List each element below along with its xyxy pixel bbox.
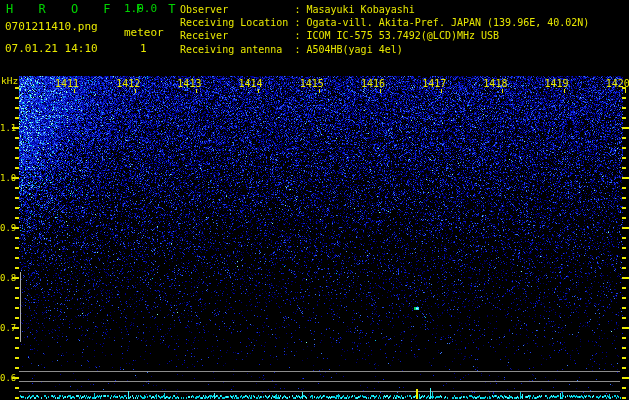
receiver-info-row: Receiving Location : Ogata-vill. Akita-P… [180, 17, 589, 28]
app-title: H R O F F T [6, 2, 184, 16]
x-axis-label: 1419 [544, 78, 570, 89]
khz-unit-label: kHz [1, 75, 18, 86]
x-axis-label: 1417 [421, 78, 447, 89]
receiver-info-row: Receiver : ICOM IC-575 53.7492(@LCD)MHz … [180, 30, 499, 41]
y-axis-label: 0.6 [0, 373, 14, 383]
x-axis-label: 1411 [54, 78, 80, 89]
receiver-info-row: Observer : Masayuki Kobayashi [180, 4, 415, 15]
app-version: 1.0.0 [124, 2, 157, 15]
y-axis-label: 0.9 [0, 223, 14, 233]
y-axis-label: 0.7 [0, 323, 14, 333]
x-axis-label: 1412 [115, 78, 141, 89]
x-axis-label: 1418 [482, 78, 508, 89]
y-axis-label: 1.0 [0, 173, 14, 183]
spectrogram-canvas [0, 0, 629, 400]
x-axis-label: 1420 [605, 78, 629, 89]
mode-label: meteor [124, 26, 164, 39]
hrofft-window: H R O F F T 1.0.0 0701211410.png meteor … [0, 0, 629, 400]
x-axis-label: 1416 [360, 78, 386, 89]
x-axis-label: 1414 [238, 78, 264, 89]
echo-count: 1 [140, 42, 147, 55]
x-axis-label: 1415 [299, 78, 325, 89]
receiver-info-row: Receiving antenna : A504HB(yagi 4el) [180, 44, 403, 55]
x-axis-label: 1413 [176, 78, 202, 89]
filename: 0701211410.png [5, 20, 98, 33]
y-axis-label: 1.1 [0, 123, 14, 133]
observation-datetime: 07.01.21 14:10 [5, 42, 98, 55]
y-axis-label: 0.8 [0, 273, 14, 283]
